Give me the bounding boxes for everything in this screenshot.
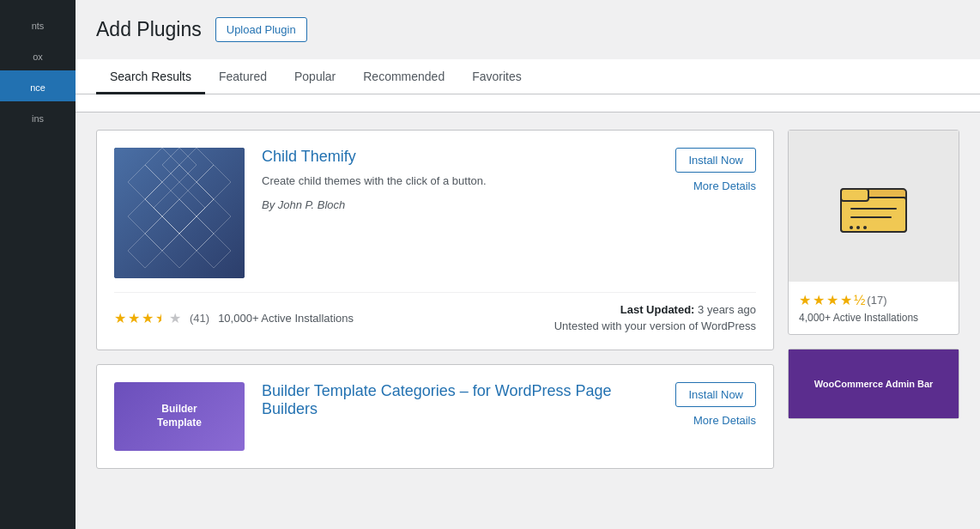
last-updated-label-1: Last Updated: xyxy=(620,303,695,316)
install-now-button-1[interactable]: Install Now xyxy=(675,148,756,173)
sidebar-item-nts[interactable]: nts xyxy=(0,9,76,40)
page-header: Add Plugins Upload Plugin xyxy=(96,17,959,42)
star-3: ★ xyxy=(142,310,154,326)
plugin-card-2: BuilderTemplate Builder Template Categor… xyxy=(96,364,774,469)
upload-plugin-button[interactable]: Upload Plugin xyxy=(215,17,307,42)
more-details-link-2[interactable]: More Details xyxy=(693,414,756,427)
active-installs-1: 10,000+ Active Installations xyxy=(218,312,354,325)
child-themify-thumbnail xyxy=(114,148,245,278)
stars-1: ★ ★ ★ ★★ ★ xyxy=(114,310,181,326)
page-title: Add Plugins xyxy=(96,18,202,41)
right-card-thumb-1 xyxy=(789,131,959,282)
last-updated-value-1: 3 years ago xyxy=(698,303,756,316)
plugin-card-bottom-1: ★ ★ ★ ★★ ★ (41) 10,000+ Active Installat… xyxy=(114,292,756,332)
right-card-2: WooCommerce Admin Bar xyxy=(788,349,959,419)
svg-point-24 xyxy=(850,226,853,229)
more-details-link-1[interactable]: More Details xyxy=(693,179,756,192)
last-updated-1: Last Updated: 3 years ago xyxy=(554,303,756,316)
folder-icon xyxy=(839,176,908,236)
right-star-half: ½ xyxy=(854,293,865,308)
right-star-2: ★ xyxy=(813,292,825,308)
star-2: ★ xyxy=(128,310,140,326)
tab-popular[interactable]: Popular xyxy=(281,59,349,94)
tab-search-results[interactable]: Search Results xyxy=(96,59,205,94)
right-card-2-thumb: WooCommerce Admin Bar xyxy=(789,350,959,418)
right-star-4: ★ xyxy=(840,292,852,308)
plugin-card-top-1: Child Themify Create child themes with t… xyxy=(114,148,756,278)
tab-favorites[interactable]: Favorites xyxy=(458,59,535,94)
content-area: Child Themify Create child themes with t… xyxy=(96,130,959,469)
plugin-author-1: By John P. Bloch xyxy=(262,198,658,211)
rating-count-1: (41) xyxy=(190,312,209,325)
plugin-thumbnail-2: BuilderTemplate xyxy=(114,382,245,451)
child-theme-svg xyxy=(114,148,245,278)
right-active-installs-1: 4,000+ Active Installations xyxy=(799,312,948,324)
svg-rect-1 xyxy=(114,148,245,278)
right-rating-count-1: (17) xyxy=(867,294,886,307)
right-column: ★ ★ ★ ★ ½ (17) 4,000+ Active Installatio… xyxy=(788,130,959,469)
plugin-info-2: Builder Template Categories – for WordPr… xyxy=(262,382,658,425)
plugin-thumbnail-1 xyxy=(114,148,245,278)
main-content: Add Plugins Upload Plugin Search Results… xyxy=(76,0,980,529)
tabs: Search Results Featured Popular Recommen… xyxy=(76,59,980,94)
plugin-info-1: Child Themify Create child themes with t… xyxy=(262,148,658,211)
tab-recommended[interactable]: Recommended xyxy=(349,59,458,94)
sidebar-item-nts-label: nts xyxy=(7,21,69,31)
plugin-name-2: Builder Template Categories – for WordPr… xyxy=(262,382,658,418)
plugin-desc-1: Create child themes with the click of a … xyxy=(262,173,658,190)
svg-rect-21 xyxy=(841,189,868,201)
sidebar-item-ins-label: ins xyxy=(7,113,69,124)
star-5: ★ xyxy=(169,310,181,326)
tab-featured[interactable]: Featured xyxy=(205,59,281,94)
plugin-meta-left-1: ★ ★ ★ ★★ ★ (41) 10,000+ Active Installat… xyxy=(114,310,354,326)
main-column: Child Themify Create child themes with t… xyxy=(96,130,774,469)
sidebar-item-ins[interactable]: ins xyxy=(0,101,76,132)
tabs-wrapper: Search Results Featured Popular Recommen… xyxy=(76,59,980,112)
right-stars-1: ★ ★ ★ ★ ½ (17) xyxy=(799,292,948,308)
svg-point-26 xyxy=(863,226,867,229)
sidebar-item-ox[interactable]: ox xyxy=(0,40,76,70)
right-star-3: ★ xyxy=(826,292,838,308)
svg-point-25 xyxy=(856,226,860,229)
right-star-1: ★ xyxy=(799,292,811,308)
plugin-meta-right-1: Last Updated: 3 years ago Untested with … xyxy=(554,303,756,332)
plugin-card-1: Child Themify Create child themes with t… xyxy=(96,130,774,350)
plugin-actions-2: Install Now More Details xyxy=(675,382,756,427)
right-card-meta-1: ★ ★ ★ ★ ½ (17) 4,000+ Active Installatio… xyxy=(789,282,959,334)
sidebar-item-ox-label: ox xyxy=(7,52,69,62)
sidebar: nts ox nce ins xyxy=(0,0,76,529)
sidebar-item-nce-label: nce xyxy=(7,82,69,93)
builder-label: BuilderTemplate xyxy=(157,403,202,429)
plugin-card-top-2: BuilderTemplate Builder Template Categor… xyxy=(114,382,756,451)
untested-1: Untested with your version of WordPress xyxy=(554,319,756,332)
woo-label: WooCommerce Admin Bar xyxy=(814,379,934,389)
star-1: ★ xyxy=(114,310,126,326)
plugin-name-1: Child Themify xyxy=(262,148,658,166)
sidebar-item-nce[interactable]: nce xyxy=(0,70,76,101)
right-card-1: ★ ★ ★ ★ ½ (17) 4,000+ Active Installatio… xyxy=(788,130,959,335)
star-4: ★★ xyxy=(155,310,167,326)
plugin-actions-1: Install Now More Details xyxy=(675,148,756,192)
install-now-button-2[interactable]: Install Now xyxy=(675,382,756,407)
